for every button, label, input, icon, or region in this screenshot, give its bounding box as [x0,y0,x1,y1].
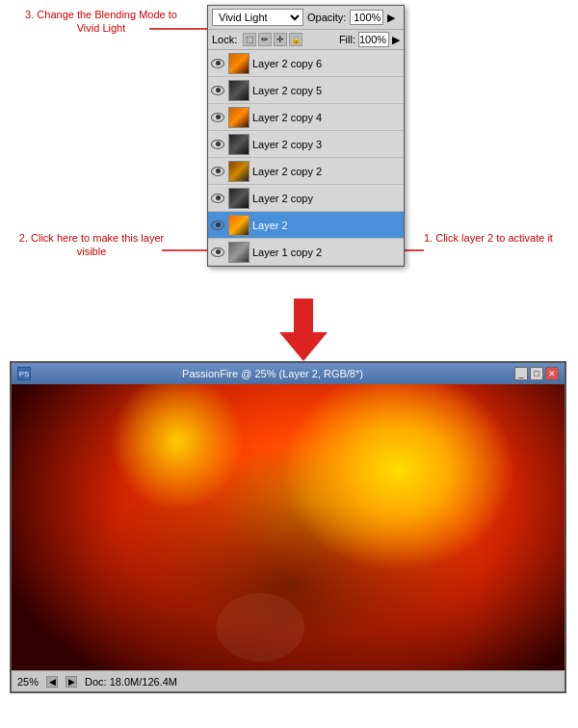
ps-canvas [12,384,565,670]
layer-item[interactable]: Layer 2 copy 3 [208,131,404,158]
lock-label: Lock: [212,34,237,45]
lock-position-icon[interactable]: ✛ [274,33,287,46]
layer-thumbnail [228,188,250,209]
doc-size: Doc: 18.0M/126.4M [85,676,559,688]
fill-arrow[interactable]: ▶ [392,34,400,46]
layer-thumbnail [228,215,250,236]
fill-label: Fill: [339,34,355,45]
eye-visibility-icon[interactable] [210,83,225,98]
layer-item[interactable]: Layer 2 copy 2 [208,158,404,185]
layer-name: Layer 2 copy [252,193,402,204]
blend-opacity-row: Vivid Light Normal Multiply Screen Overl… [208,6,404,30]
eye-visibility-icon[interactable] [210,56,225,71]
ps-title-text: PassionFire @ 25% (Layer 2, RGB/8*) [31,368,514,379]
annotation-visibility: 2. Click here to make this layer visible [14,231,169,259]
ps-statusbar: 25% ◀ ▶ Doc: 18.0M/126.4M [12,670,565,691]
layer-name: Layer 2 copy 3 [252,139,402,150]
layers-list: Layer 2 copy 6Layer 2 copy 5Layer 2 copy… [208,50,404,266]
maximize-button[interactable]: □ [530,367,543,380]
down-arrow [275,299,332,364]
layer-thumbnail [228,134,250,155]
close-button[interactable]: ✕ [545,367,559,380]
annotation-activate: 1. Click layer 2 to activate it [424,231,559,245]
layer-name: Layer 2 copy 4 [252,112,402,123]
layer-thumbnail [228,242,250,263]
layer-item[interactable]: Layer 2 copy [208,185,404,212]
eye-visibility-icon[interactable] [210,218,225,233]
layer-item[interactable]: Layer 2 copy 5 [208,77,404,104]
status-nav-right[interactable]: ▶ [66,676,77,688]
opacity-label: Opacity: [307,12,346,23]
layer-item[interactable]: Layer 2 copy 4 [208,104,404,131]
ps-window-buttons: _ □ ✕ [514,367,559,380]
zoom-level: 25% [17,676,39,688]
svg-point-4 [216,593,304,662]
layer-thumbnail [228,161,250,182]
lock-all-icon[interactable]: 🔒 [289,33,302,46]
opacity-input[interactable] [350,10,383,25]
layer-item[interactable]: Layer 1 copy 2 [208,239,404,266]
minimize-button[interactable]: _ [514,367,528,380]
status-nav-left[interactable]: ◀ [46,676,58,688]
lock-transparent-icon[interactable]: ⬚ [243,33,256,46]
layer-name: Layer 2 copy 2 [252,166,402,177]
opacity-arrow[interactable]: ▶ [387,12,395,24]
fill-input[interactable] [358,32,389,47]
layer-thumbnail [228,80,250,101]
layer-thumbnail [228,53,250,74]
figure-silhouette [12,384,565,670]
layer-item[interactable]: Layer 2 copy 6 [208,50,404,77]
eye-visibility-icon[interactable] [210,110,225,125]
eye-visibility-icon[interactable] [210,137,225,152]
layer-name: Layer 2 [252,220,402,231]
ps-app-icon: PS [17,367,31,380]
svg-marker-3 [279,299,328,361]
layer-name: Layer 2 copy 6 [252,58,402,69]
lock-image-icon[interactable]: ✏ [258,33,272,46]
eye-visibility-icon[interactable] [210,164,225,179]
layer-name: Layer 1 copy 2 [252,247,402,258]
layer-item[interactable]: Layer 2 [208,212,404,239]
ps-window: PS PassionFire @ 25% (Layer 2, RGB/8*) _… [10,361,566,693]
blend-mode-select[interactable]: Vivid Light Normal Multiply Screen Overl… [212,9,303,26]
layer-name: Layer 2 copy 5 [252,85,402,96]
layers-panel: Vivid Light Normal Multiply Screen Overl… [207,5,405,267]
eye-visibility-icon[interactable] [210,245,225,260]
layer-thumbnail [228,107,250,128]
lock-icons: ⬚ ✏ ✛ 🔒 [243,33,336,46]
lock-fill-row: Lock: ⬚ ✏ ✛ 🔒 Fill: ▶ [208,30,404,50]
ps-titlebar: PS PassionFire @ 25% (Layer 2, RGB/8*) _… [12,363,565,384]
eye-visibility-icon[interactable] [210,191,225,206]
annotation-blend: 3. Change the Blending Mode to Vivid Lig… [14,8,188,36]
